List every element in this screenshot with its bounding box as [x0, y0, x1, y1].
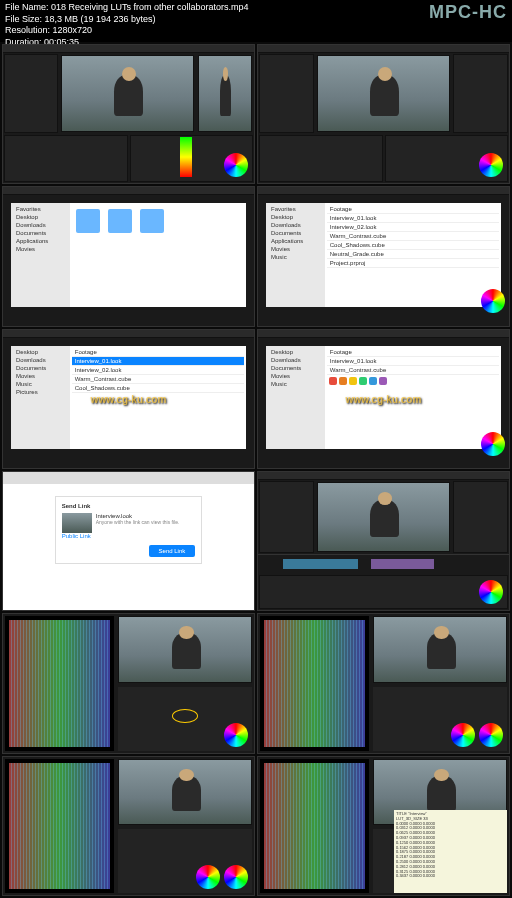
timeline[interactable]: [258, 554, 509, 574]
folder-icon[interactable]: [108, 209, 132, 233]
sidebar-item[interactable]: Desktop: [13, 213, 68, 221]
fb-icon-view[interactable]: [70, 203, 246, 307]
sidebar-item[interactable]: Applications: [268, 237, 323, 245]
thumb-6[interactable]: Desktop Downloads Documents Movies Music…: [257, 329, 510, 469]
file-row-selected[interactable]: Interview_01.look: [72, 357, 244, 366]
clip[interactable]: [283, 559, 358, 569]
thumb-8[interactable]: [257, 471, 510, 611]
file-row[interactable]: Warm_Contrast.cube: [327, 232, 499, 241]
thumb-2[interactable]: [257, 44, 510, 184]
file-row[interactable]: Interview_01.look: [327, 214, 499, 223]
file-meta: File Name: 018 Receiving LUTs from other…: [5, 2, 249, 49]
clip[interactable]: [371, 559, 434, 569]
waveform-scope: [260, 616, 369, 750]
file-row[interactable]: Project.prproj: [327, 259, 499, 268]
send-link-title: Send Link: [62, 503, 196, 509]
color-wheel-icon: [481, 432, 505, 456]
file-row[interactable]: Interview_02.look: [327, 223, 499, 232]
thumb-12[interactable]: TITLE "Interview" LUT_3D_SIZE 33 0.0000 …: [257, 756, 510, 896]
sidebar-item[interactable]: Downloads: [268, 221, 323, 229]
sidebar-item[interactable]: Favorites: [268, 205, 323, 213]
thumb-9[interactable]: [2, 613, 255, 753]
waveform-scope: [5, 616, 114, 750]
color-wheel-icon: [479, 580, 503, 604]
app-name: MPC-HC: [429, 2, 507, 23]
sidebar-item[interactable]: Music: [268, 253, 323, 261]
color-wheel-icon: [224, 723, 248, 747]
browser-toolbar[interactable]: [3, 472, 254, 484]
file-row[interactable]: Neutral_Grade.cube: [327, 250, 499, 259]
folder-icon[interactable]: [140, 209, 164, 233]
sidebar-item[interactable]: Downloads: [13, 221, 68, 229]
file-open-dialog[interactable]: Favorites Desktop Downloads Documents Ap…: [266, 203, 501, 307]
fb-sidebar: Favorites Desktop Downloads Documents Ap…: [11, 203, 70, 307]
color-wheel-icon: [451, 723, 475, 747]
color-wheel-icon: [224, 153, 248, 177]
public-link-label[interactable]: Public Link: [62, 533, 196, 539]
folder-icon[interactable]: [76, 209, 100, 233]
highlight-ring: [172, 709, 198, 723]
color-wheel-icon: [196, 865, 220, 889]
thumb-7[interactable]: Send Link Interview.look Anyone with the…: [2, 471, 255, 611]
color-wheel-icon: [481, 289, 505, 313]
lumetri-panel[interactable]: [118, 687, 252, 751]
thumb-4[interactable]: Favorites Desktop Downloads Documents Ap…: [257, 186, 510, 326]
file-row[interactable]: Cool_Shadows.cube: [327, 241, 499, 250]
sidebar-item[interactable]: Applications: [13, 237, 68, 245]
sidebar-item[interactable]: Movies: [13, 245, 68, 253]
color-wheel-icon: [479, 723, 503, 747]
thumb-10[interactable]: [257, 613, 510, 753]
thumb-3[interactable]: Favorites Desktop Downloads Documents Ap…: [2, 186, 255, 326]
sidebar-item[interactable]: Documents: [268, 229, 323, 237]
sidebar-item[interactable]: Documents: [13, 229, 68, 237]
sidebar-item[interactable]: Movies: [268, 245, 323, 253]
thumbnail-grid: Favorites Desktop Downloads Documents Ap…: [0, 42, 512, 898]
file-row[interactable]: Footage: [327, 205, 499, 214]
color-wheel-icon: [224, 865, 248, 889]
thumb-5[interactable]: Desktop Downloads Documents Movies Music…: [2, 329, 255, 469]
info-header: File Name: 018 Receiving LUTs from other…: [0, 0, 512, 42]
sidebar-item[interactable]: Favorites: [13, 205, 68, 213]
thumb-11[interactable]: [2, 756, 255, 896]
sidebar-item[interactable]: Desktop: [268, 213, 323, 221]
lut-text-file: TITLE "Interview" LUT_3D_SIZE 33 0.0000 …: [394, 810, 507, 893]
send-link-thumb: [62, 513, 92, 533]
file-open-dialog[interactable]: Favorites Desktop Downloads Documents Ap…: [11, 203, 246, 307]
color-wheel-icon: [479, 153, 503, 177]
thumb-1[interactable]: [2, 44, 255, 184]
send-link-card: Send Link Interview.look Anyone with the…: [55, 496, 203, 564]
send-link-button[interactable]: Send Link: [149, 545, 196, 557]
color-label-swatches[interactable]: [327, 375, 499, 387]
